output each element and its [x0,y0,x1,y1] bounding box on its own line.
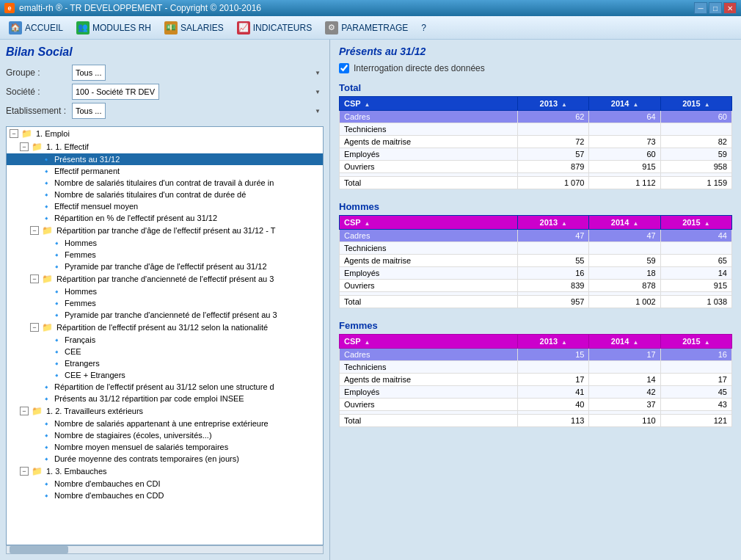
total-header-2014[interactable]: 2014 ▲ [589,97,660,111]
tree-item[interactable]: −📁1. 1. Effectif [7,140,323,153]
tree-expand-icon[interactable]: − [20,142,29,151]
tree-item-label: Répartition par tranche d'ancienneté de … [56,274,274,283]
tree-item[interactable]: 🔹Pyramide par tranche d'ancienneté de l'… [7,309,323,321]
hommes-header-2013[interactable]: 2013 ▲ [518,216,589,230]
table-cell-2013: 1 070 [518,177,589,189]
tree-item[interactable]: 🔹Nombre d'embauches en CDD [7,490,323,501]
tree-item[interactable]: 🔹Nombre moyen mensuel de salariés tempor… [7,441,323,453]
total-header-csp[interactable]: CSP ▲ [340,97,518,111]
tree-item[interactable]: 🔹Nombre d'embauches en CDI [7,478,323,490]
tree-item-label: 1. 1. Effectif [46,142,89,151]
menu-modules-rh[interactable]: 👥 MODULES RH [70,18,157,37]
femmes-header-2014[interactable]: 2014 ▲ [589,335,660,349]
maximize-button[interactable]: □ [709,2,722,14]
tree-item-label: Nombre de salariés appartenant à une ent… [54,419,269,428]
tree-item-label: Nombre de stagiaires (écoles, université… [54,431,212,440]
societe-select-wrapper: 100 - Société TR DEV [72,84,324,100]
tree-expand-icon[interactable]: − [10,129,18,138]
tree-item[interactable]: −📁Répartition de l'effectif présent au 3… [7,321,323,334]
tree-item-label: CEE [65,347,81,356]
leaf-icon: 🔹 [52,251,61,259]
table-row: Agents de maitrise555965 [340,255,732,267]
tree-item[interactable]: 🔹Français [7,334,323,346]
tree-item[interactable]: 🔹Présents au 31/12 répartition par code … [7,393,323,404]
tree-item[interactable]: −📁1. 2. Travailleurs extérieurs [7,404,323,418]
hommes-header-2015[interactable]: 2015 ▲ [660,216,731,230]
table-cell-label: Agents de maitrise [340,255,518,267]
menu-accueil[interactable]: 🏠 ACCUEIL [3,18,69,37]
title-bar: e emalti-rh ® - TR DEVELOPPEMENT - Copyr… [0,0,741,16]
tree-item[interactable]: 🔹Femmes [7,297,323,309]
tree-item-label: Présents au 31/12 [54,155,120,164]
table-cell-2014: 60 [589,148,660,161]
tree-item[interactable]: 🔹Femmes [7,249,323,261]
minimize-button[interactable]: ─ [694,2,707,14]
hommes-header-csp[interactable]: CSP ▲ [340,216,518,230]
leaf-icon: 🔹 [52,263,61,271]
femmes-header-csp[interactable]: CSP ▲ [340,335,518,349]
tree-item-label: Répartition de l'effectif présent au 31/… [54,382,274,391]
femmes-header-2015[interactable]: 2015 ▲ [660,335,731,349]
tree-item[interactable]: 🔹Nombre de salariés titulaires d'un cont… [7,189,323,200]
tree-item[interactable]: 🔹Nombre de stagiaires (écoles, universit… [7,429,323,441]
tree-item-label: Nombre d'embauches en CDI [54,479,161,488]
tree-item[interactable]: −📁Répartition par tranche d'ancienneté d… [7,272,323,286]
menu-salaries[interactable]: 💵 SALARIES [158,18,230,37]
etablissement-select[interactable]: Tous ... [72,103,106,119]
leaf-icon: 🔹 [42,214,51,222]
indicateurs-icon: 📈 [237,21,250,34]
leaf-icon: 🔹 [42,443,51,451]
table-cell-2014: 915 [589,161,660,173]
tree-item[interactable]: 🔹Nombre de salariés appartenant à une en… [7,418,323,429]
hommes-section-title: Hommes [339,201,732,212]
tree-expand-icon[interactable]: − [30,274,39,283]
tree-item[interactable]: −📁1. 3. Embauches [7,465,323,478]
direct-query-checkbox[interactable] [339,63,349,73]
tree-item[interactable]: 🔹CEE [7,346,323,357]
total-header-2015[interactable]: 2015 ▲ [660,97,731,111]
tree-item[interactable]: 🔹CEE + Etrangers [7,369,323,381]
tree-item[interactable]: 🔹Pyramide par tranche d'âge de l'effecti… [7,261,323,272]
tree-item[interactable]: 🔹Répartition en % de l'effectif présent … [7,212,323,224]
close-button[interactable]: ✕ [723,2,737,14]
folder-icon: 📁 [42,225,53,236]
tree-scrollbar[interactable] [6,545,324,554]
leaf-icon: 🔹 [42,492,51,500]
modules-rh-icon: 👥 [76,21,90,34]
tree-item[interactable]: 🔹Présents au 31/12 [7,153,323,165]
hommes-header-2014[interactable]: 2014 ▲ [589,216,660,230]
menu-help[interactable]: ? [415,20,432,36]
tree-item[interactable]: 🔹Durée moyenne des contrats temporaires … [7,453,323,465]
table-cell-2013: 41 [518,386,589,399]
menu-parametrage[interactable]: ⚙ PARAMETRAGE [319,18,414,37]
tree-item[interactable]: 🔹Hommes [7,237,323,249]
tree-item[interactable]: −📁Répartition par tranche d'âge de l'eff… [7,224,323,237]
table-cell-2015: 59 [660,148,731,161]
total-header-2013[interactable]: 2013 ▲ [518,97,589,111]
table-cell-2014: 17 [589,349,660,361]
tree-item[interactable]: 🔹Répartition de l'effectif présent au 31… [7,381,323,393]
tree-expand-icon[interactable]: − [30,323,39,332]
menu-indicateurs[interactable]: 📈 INDICATEURS [231,18,318,37]
leaf-icon: 🔹 [42,156,51,164]
tree-item[interactable]: 🔹Hommes [7,286,323,297]
tree-item-label: Nombre d'embauches en CDD [54,491,164,500]
tree-expand-icon[interactable]: − [30,226,39,235]
tree-expand-icon[interactable]: − [20,407,29,415]
tree-item[interactable]: 🔹Etrangers [7,357,323,369]
leaf-icon: 🔹 [52,311,61,319]
tree-item[interactable]: 🔹Effectif mensuel moyen [7,200,323,212]
table-cell-2014: 1 002 [589,296,660,308]
tree-item[interactable]: 🔹Effectif permanent [7,165,323,177]
table-cell-2013: 55 [518,255,589,267]
tree-expand-icon[interactable]: − [20,467,29,476]
tree-item[interactable]: −📁1. Emploi [7,127,323,140]
tree-container[interactable]: −📁1. Emploi−📁1. 1. Effectif🔹Présents au … [6,126,324,545]
groupe-select[interactable]: Tous ... [72,65,106,81]
tree-item[interactable]: 🔹Nombre de salariés titulaires d'un cont… [7,177,323,189]
table-cell-label: Agents de maitrise [340,374,518,386]
femmes-header-2013[interactable]: 2013 ▲ [518,335,589,349]
tree-item-label: 1. 2. Travailleurs extérieurs [46,407,143,415]
societe-select[interactable]: 100 - Société TR DEV [72,84,159,100]
table-cell-2015: 121 [660,415,731,427]
